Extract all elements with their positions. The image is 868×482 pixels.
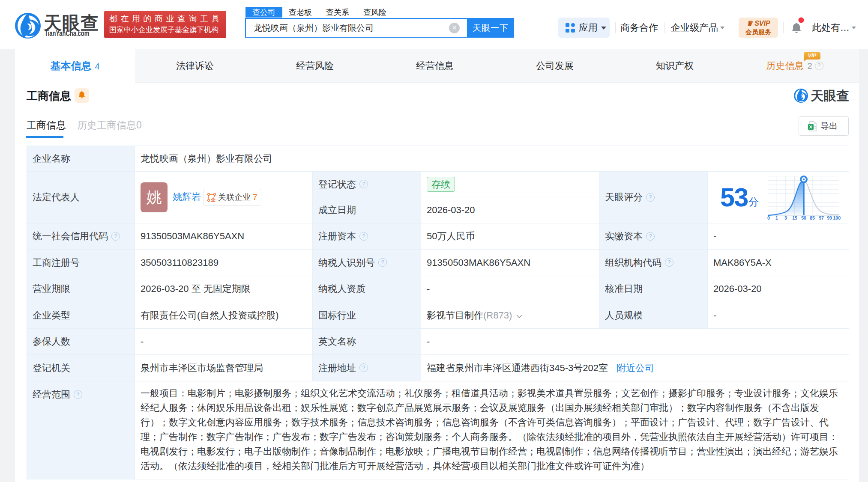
svg-text:97: 97 <box>819 215 824 220</box>
svg-text:1: 1 <box>775 215 778 220</box>
svg-text:0: 0 <box>767 215 770 220</box>
svg-text:企: 企 <box>211 197 216 202</box>
svg-text:99: 99 <box>827 215 832 220</box>
svg-text:3: 3 <box>784 215 787 220</box>
svg-text:50: 50 <box>801 215 806 220</box>
svg-text:15: 15 <box>792 215 797 220</box>
svg-text:85: 85 <box>810 215 815 220</box>
svg-text:100: 100 <box>833 215 841 220</box>
